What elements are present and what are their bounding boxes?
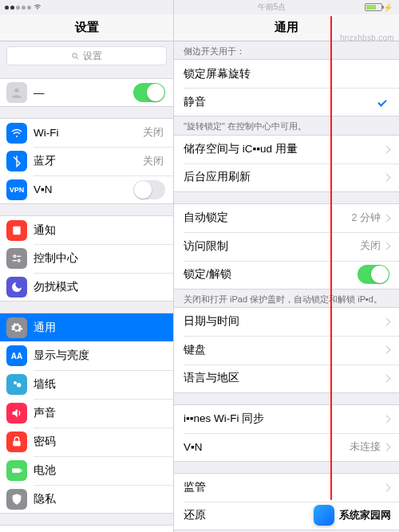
detail-row-label: 监管	[184, 480, 381, 495]
battery-icon	[6, 460, 27, 481]
sidebar-item-bt[interactable]: 蓝牙关闭	[0, 147, 173, 175]
detail-row-value: 2 分钟	[352, 211, 381, 225]
charging-icon: ⚡	[383, 3, 393, 12]
detail-row-itunes[interactable]: i▪▪nes Wi-Fi 同步	[174, 404, 399, 433]
svg-point-8	[18, 259, 20, 262]
chevron-right-icon	[383, 242, 391, 250]
chevron-right-icon	[383, 483, 391, 491]
sidebar-item-label: 控制中心	[34, 251, 165, 266]
detail-row-label: 储存空间与 iC▪▪ud 用量	[184, 142, 381, 156]
status-bar-right: 午前5点 ⚡	[174, 0, 399, 14]
sidebar-item-label: 电池	[34, 463, 165, 478]
toggle-switch[interactable]	[133, 83, 165, 102]
notif-icon	[6, 220, 27, 241]
sidebar-item-vpn[interactable]: VPNV▪N	[0, 175, 173, 204]
sidebar-item-label: 蓝牙	[34, 154, 143, 168]
svg-point-1	[73, 53, 77, 57]
sidebar-item-general[interactable]: 通用	[0, 313, 173, 341]
toggle-switch[interactable]	[133, 180, 165, 199]
detail-row-lang[interactable]: 语言与地区	[174, 365, 399, 393]
detail-row-storage[interactable]: 储存空间与 iC▪▪ud 用量	[174, 135, 399, 164]
sidebar-item-battery[interactable]: 电池	[0, 456, 173, 485]
svg-point-4	[16, 136, 18, 137]
svg-rect-5	[13, 226, 20, 234]
annotation-red-line	[330, 16, 332, 500]
detail-title: 通用	[174, 14, 399, 41]
passcode-icon	[6, 432, 27, 452]
sidebar-item-account[interactable]: —	[0, 78, 173, 107]
sidebar-item-label: —	[34, 87, 133, 99]
sidebar-item-notif[interactable]: 通知	[0, 215, 173, 244]
detail-pane: 午前5点 ⚡ 通用 侧边开关用于：锁定屏幕旋转静音"旋转锁定" 在控制中心中可用…	[174, 0, 399, 532]
search-wrap: 设置	[0, 41, 173, 70]
detail-row-reset[interactable]: 还原	[174, 502, 399, 530]
chevron-right-icon	[383, 415, 391, 423]
sidebar-item-privacy[interactable]: 隐私	[0, 485, 173, 514]
sidebar-item-label: 显示与亮度	[34, 349, 165, 363]
sidebar: 设置 设置 —Wi-Fi关闭蓝牙关闭VPNV▪N通知控制中心勿扰模式通用AA显示…	[0, 0, 174, 532]
sidebar-item-value: 关闭	[143, 155, 164, 168]
detail-row-label: 锁定屏幕旋转	[184, 67, 389, 81]
detail-row-label: V▪N	[184, 441, 350, 453]
sidebar-item-label: 隐私	[34, 492, 165, 506]
gear-icon	[6, 317, 27, 338]
sidebar-item-display[interactable]: AA显示与亮度	[0, 341, 173, 370]
sidebar-item-label: 声音	[34, 406, 165, 420]
svg-rect-14	[21, 470, 22, 472]
chevron-right-icon	[383, 173, 391, 181]
sidebar-item-dnd[interactable]: 勿扰模式	[0, 273, 173, 301]
detail-row-restrict[interactable]: 访问限制关闭	[174, 232, 399, 261]
cloud-icon	[6, 530, 27, 533]
chevron-right-icon	[383, 511, 391, 519]
sidebar-list[interactable]: —Wi-Fi关闭蓝牙关闭VPNV▪N通知控制中心勿扰模式通用AA显示与亮度墙纸声…	[0, 70, 173, 532]
svg-point-10	[14, 381, 17, 384]
chevron-right-icon	[383, 317, 391, 325]
detail-row-datetime[interactable]: 日期与时间	[174, 307, 399, 336]
sidebar-item-icloud[interactable]: iC▪▪ud	[0, 525, 173, 532]
detail-list[interactable]: 侧边开关用于：锁定屏幕旋转静音"旋转锁定" 在控制中心中可用。储存空间与 iC▪…	[174, 41, 399, 532]
detail-row-label: 访问限制	[184, 239, 360, 254]
sidebar-item-label: 通用	[34, 321, 165, 335]
svg-line-2	[77, 57, 78, 58]
sidebar-item-value: 关闭	[143, 126, 164, 140]
status-bar	[0, 0, 173, 14]
cc-icon	[6, 248, 27, 269]
detail-row-autolock[interactable]: 自动锁定2 分钟	[174, 203, 399, 232]
detail-row-bg[interactable]: 后台应用刷新	[174, 164, 399, 192]
detail-row-value: 关闭	[360, 239, 381, 253]
search-icon	[71, 52, 80, 61]
vpn-icon: VPN	[6, 179, 27, 200]
detail-row-mute[interactable]: 静音	[174, 88, 399, 116]
detail-row-vpn2[interactable]: V▪N未连接	[174, 433, 399, 462]
sidebar-item-label: 通知	[34, 223, 165, 238]
sidebar-item-wifi[interactable]: Wi-Fi关闭	[0, 118, 173, 147]
detail-row-rotlock[interactable]: 锁定屏幕旋转	[174, 59, 399, 88]
sidebar-title: 设置	[0, 14, 173, 41]
search-placeholder: 设置	[83, 49, 102, 63]
detail-row-label: 语言与地区	[184, 371, 381, 385]
chevron-right-icon	[383, 346, 391, 354]
detail-row-label: 键盘	[184, 343, 381, 357]
detail-row-coverlock[interactable]: 锁定/解锁	[174, 261, 399, 290]
chevron-right-icon	[383, 145, 391, 153]
section-caption: 侧边开关用于：	[174, 41, 399, 59]
sidebar-item-passcode[interactable]: 密码	[0, 428, 173, 456]
svg-point-6	[14, 255, 16, 258]
battery-icon	[365, 3, 382, 11]
toggle-switch[interactable]	[358, 265, 389, 284]
sidebar-item-label: 墙纸	[34, 377, 165, 392]
display-icon: AA	[6, 345, 27, 366]
sidebar-item-wall[interactable]: 墙纸	[0, 370, 173, 399]
detail-row-label: 自动锁定	[184, 211, 352, 225]
sidebar-item-label: Wi-Fi	[34, 127, 143, 139]
check-icon	[378, 98, 389, 106]
settings-app: 设置 设置 —Wi-Fi关闭蓝牙关闭VPNV▪N通知控制中心勿扰模式通用AA显示…	[0, 0, 399, 532]
sidebar-item-cc[interactable]: 控制中心	[0, 244, 173, 273]
sidebar-item-label: V▪N	[34, 183, 133, 195]
detail-row-label: i▪▪nes Wi-Fi 同步	[184, 412, 381, 426]
detail-row-keyboard[interactable]: 键盘	[174, 336, 399, 365]
detail-row-profiles[interactable]: 监管	[174, 473, 399, 502]
search-input[interactable]: 设置	[6, 46, 167, 65]
sidebar-item-sound[interactable]: 声音	[0, 399, 173, 428]
privacy-icon	[6, 489, 27, 510]
